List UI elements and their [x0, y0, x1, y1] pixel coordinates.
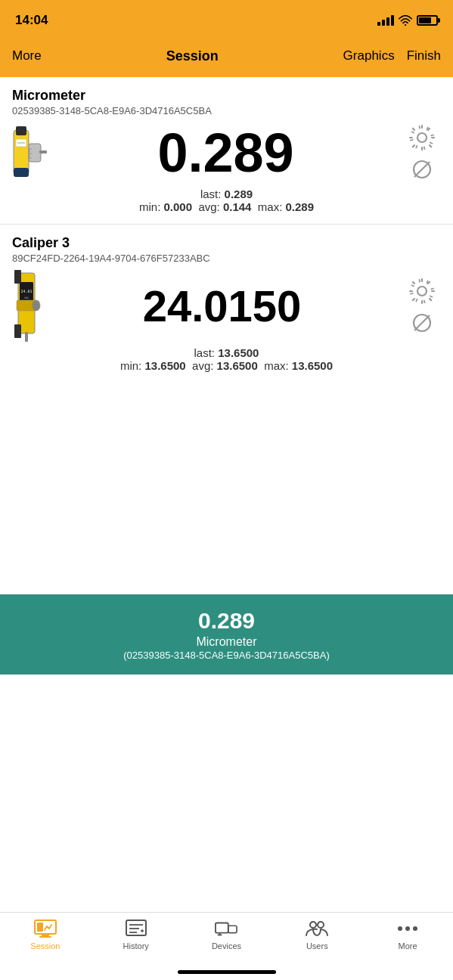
svg-point-47	[318, 922, 324, 928]
device-icons-micrometer	[403, 124, 441, 181]
users-tab-icon	[306, 919, 328, 938]
device-icons-caliper	[403, 278, 441, 335]
nav-graphics-button[interactable]: Graphics	[343, 48, 395, 64]
svg-line-15	[414, 162, 430, 177]
svg-rect-22	[25, 332, 28, 342]
session-tab-label: Session	[30, 941, 60, 951]
session-tab-icon	[34, 919, 57, 938]
svg-rect-7	[14, 168, 29, 177]
more-tab-label: More	[399, 941, 417, 951]
svg-rect-20	[14, 270, 21, 284]
nav-right: Graphics Finish	[343, 48, 441, 64]
svg-rect-34	[42, 934, 49, 936]
history-tab-icon	[125, 919, 147, 938]
svg-rect-42	[216, 923, 228, 933]
page-wrapper: 14:04 More Session Graph	[0, 0, 453, 980]
micrometer-image	[12, 122, 48, 183]
device-last-micrometer: last: 0.289	[12, 188, 441, 200]
more-tab-icon	[396, 919, 419, 938]
svg-point-29	[417, 287, 427, 296]
device-value-caliper: 24.0150	[41, 284, 403, 328]
nav-finish-button[interactable]: Finish	[407, 48, 441, 64]
wifi-icon	[399, 15, 412, 26]
nav-title: Session	[166, 48, 219, 64]
devices-tab-icon	[215, 919, 237, 938]
history-tab-label: History	[123, 941, 149, 951]
device-minmax-caliper: min: 13.6500 avg: 13.6500 max: 13.6500	[12, 359, 441, 372]
svg-point-46	[310, 922, 316, 928]
empty-space	[0, 383, 453, 594]
device-last-caliper: last: 13.6500	[12, 346, 441, 359]
device-row-caliper: 24.01 mm	[12, 270, 441, 342]
tab-session[interactable]: Session	[0, 919, 91, 951]
caliper-image: 24.01 mm	[12, 270, 41, 342]
device-name-micrometer: Micrometer	[12, 88, 441, 104]
signal-icon	[377, 15, 394, 26]
device-stats-caliper: last: 13.6500 min: 13.6500 avg: 13.6500 …	[12, 342, 441, 375]
banner-device: Micrometer	[9, 635, 444, 649]
device-id-micrometer: 02539385-3148-5CA8-E9A6-3D4716A5C5BA	[12, 105, 441, 116]
svg-rect-33	[37, 923, 43, 932]
svg-point-24	[33, 300, 40, 311]
svg-point-13	[417, 133, 427, 142]
banner-id: (02539385-3148-5CA8-E9A6-3D4716A5C5BA)	[9, 650, 444, 661]
tab-users[interactable]: Users	[271, 919, 362, 951]
devices-tab-label: Devices	[212, 941, 241, 951]
svg-text:mm: mm	[25, 296, 29, 299]
svg-rect-2	[16, 126, 26, 135]
status-time: 14:04	[15, 13, 48, 28]
null-icon-micrometer[interactable]	[410, 157, 434, 181]
teal-banner: 0.289 Micrometer (02539385-3148-5CA8-E9A…	[0, 594, 453, 675]
svg-text:24.01: 24.01	[20, 289, 32, 293]
svg-rect-6	[39, 150, 47, 154]
tab-more[interactable]: More	[362, 919, 453, 951]
device-minmax-micrometer: min: 0.000 avg: 0.144 max: 0.289	[12, 200, 441, 213]
home-indicator	[178, 970, 276, 974]
device-name-caliper: Caliper 3	[12, 235, 441, 251]
device-section-micrometer: Micrometer 02539385-3148-5CA8-E9A6-3D471…	[0, 77, 453, 225]
null-icon-caliper[interactable]	[410, 311, 434, 335]
scroll-area: Micrometer 02539385-3148-5CA8-E9A6-3D471…	[0, 77, 453, 980]
svg-rect-5	[29, 144, 41, 162]
nav-more-button[interactable]: More	[12, 48, 42, 64]
device-section-caliper: Caliper 3 89CF24FD-2264-19A4-9704-676F57…	[0, 225, 453, 383]
svg-point-49	[405, 926, 410, 931]
banner-value: 0.289	[9, 608, 444, 634]
nav-bar: More Session Graphics Finish	[0, 38, 453, 77]
settings-icon-micrometer[interactable]	[408, 124, 436, 151]
tab-devices[interactable]: Devices	[182, 919, 272, 951]
svg-rect-35	[39, 936, 51, 938]
svg-rect-36	[126, 920, 146, 935]
svg-rect-21	[14, 324, 21, 338]
users-tab-label: Users	[306, 941, 328, 951]
device-id-caliper: 89CF24FD-2264-19A4-9704-676F57233ABC	[12, 253, 441, 264]
svg-point-50	[413, 926, 417, 931]
tab-history[interactable]: History	[91, 919, 182, 951]
device-row-micrometer: 0.289	[12, 122, 441, 183]
settings-icon-caliper[interactable]	[408, 278, 436, 305]
svg-point-48	[398, 926, 402, 931]
svg-rect-43	[228, 926, 237, 932]
status-bar: 14:04	[0, 0, 453, 38]
status-icons	[377, 15, 438, 26]
svg-line-31	[414, 315, 430, 330]
battery-icon	[417, 15, 438, 26]
device-value-micrometer: 0.289	[48, 126, 403, 180]
device-stats-micrometer: last: 0.289 min: 0.000 avg: 0.144 max: 0…	[12, 183, 441, 216]
svg-point-0	[405, 24, 406, 26]
